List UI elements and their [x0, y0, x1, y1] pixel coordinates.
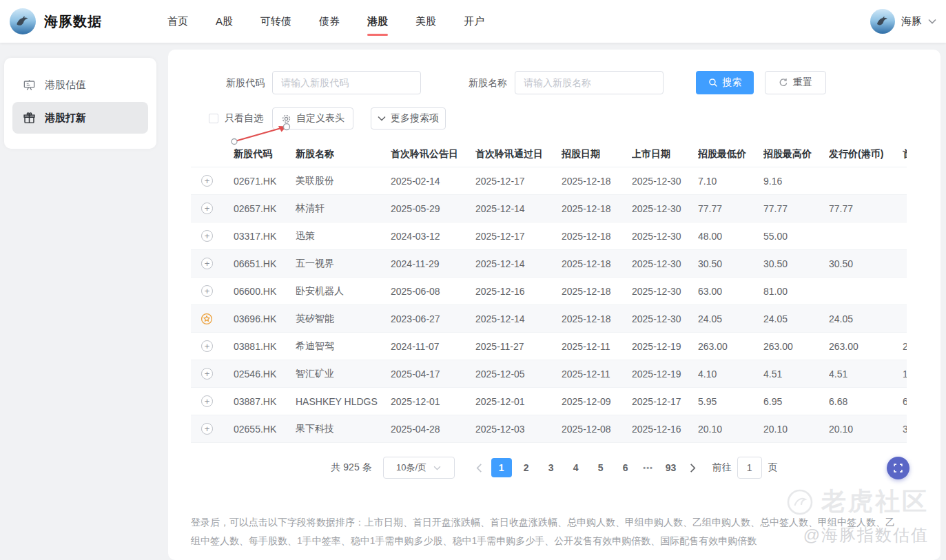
- more-search-options-button[interactable]: 更多搜索项: [371, 107, 446, 129]
- cell-issue-price: 6.68: [829, 396, 903, 407]
- fullscreen-float-button[interactable]: [887, 457, 909, 479]
- sidebar-item-label: 港股打新: [45, 112, 86, 125]
- nav-tab-hk-stocks[interactable]: 港股: [353, 0, 402, 43]
- nav-tab-convertible-bonds[interactable]: 可转债: [247, 0, 305, 43]
- expand-row-button[interactable]: +: [201, 175, 213, 187]
- chevron-down-icon: [928, 19, 936, 24]
- cell-max-price: 81.00: [763, 286, 829, 297]
- cell-max-price: 6.95: [763, 396, 829, 407]
- page-size-select[interactable]: 10条/页: [383, 457, 455, 479]
- cell-min-price: 7.10: [698, 176, 763, 187]
- table-row: + 06600.HK 卧安机器人 2025-06-08 2025-12-16 2…: [191, 278, 907, 305]
- header-min-price: 招股最低价: [698, 148, 763, 160]
- page-button-4[interactable]: 4: [566, 458, 586, 477]
- brand-title: 海豚数据: [44, 12, 102, 31]
- nav-tab-us-stocks[interactable]: 美股: [402, 0, 450, 43]
- cell-hearing-pass: 2025-12-14: [475, 313, 562, 324]
- header-hearing-pass: 首次聆讯通过日: [475, 148, 562, 160]
- goto-page-input[interactable]: [737, 457, 762, 479]
- cell-hearing-announce: 2025-04-17: [391, 369, 475, 380]
- user-menu[interactable]: 海豚: [870, 9, 936, 34]
- cell-offer-date: 2025-12-18: [562, 313, 632, 324]
- cell-max-price: 4.51: [763, 369, 829, 380]
- name-input[interactable]: [515, 71, 664, 94]
- page-button-6[interactable]: 6: [615, 458, 636, 477]
- cell-max-price: 77.77: [763, 203, 829, 214]
- nav-tab-open-account[interactable]: 开户: [450, 0, 498, 43]
- user-name: 海豚: [901, 15, 922, 28]
- table-row: 03696.HK 英矽智能 2023-06-27 2025-12-14 2025…: [191, 305, 907, 333]
- cell-clipped: 1: [903, 369, 907, 380]
- header-max-price: 招股最高价: [763, 148, 829, 160]
- expand-row-button[interactable]: +: [201, 395, 213, 407]
- cell-hearing-announce: 2025-04-28: [391, 424, 475, 435]
- cell-issue-price: 77.77: [829, 203, 903, 214]
- prev-page-button[interactable]: [470, 458, 489, 477]
- sidebar: 港股估值 港股打新: [4, 58, 156, 149]
- cell-hearing-pass: 2025-12-14: [475, 203, 562, 214]
- page-button-1[interactable]: 1: [491, 458, 512, 477]
- main-nav: 首页 A股 可转债 债券 港股 美股 开户: [154, 0, 498, 43]
- cell-offer-date: 2025-12-08: [562, 424, 632, 435]
- table-row: + 02657.HK 林清轩 2025-05-29 2025-12-14 202…: [191, 195, 907, 222]
- cell-max-price: 263.00: [763, 341, 829, 352]
- cell-offer-date: 2025-12-18: [562, 231, 632, 242]
- expand-row-button[interactable]: +: [201, 258, 213, 269]
- table-row: + 03881.HK 希迪智驾 2024-11-07 2025-11-27 20…: [191, 333, 907, 360]
- cell-code: 02657.HK: [234, 203, 296, 214]
- customize-columns-button[interactable]: 自定义表头: [272, 107, 353, 129]
- watchlist-checkbox[interactable]: [209, 114, 218, 123]
- brand-logo-dolphin: [10, 8, 36, 34]
- header-code: 新股代码: [234, 148, 296, 160]
- main-panel: 新股代码 新股名称 搜索 重置 只看自选 自定义表头 更多搜索项: [168, 50, 940, 560]
- nav-tab-ashares[interactable]: A股: [202, 0, 247, 43]
- expand-row-button[interactable]: +: [201, 423, 213, 435]
- medal-badge-icon[interactable]: [200, 313, 213, 325]
- table-header-row: 新股代码 新股名称 首次聆讯公告日 首次聆讯通过日 招股日期 上市日期 招股最低…: [191, 141, 907, 167]
- cell-max-price: 24.05: [763, 313, 829, 324]
- expand-row-button[interactable]: +: [201, 285, 213, 297]
- page-button-5[interactable]: 5: [590, 458, 611, 477]
- code-input[interactable]: [272, 71, 421, 94]
- reset-button[interactable]: 重置: [765, 71, 826, 94]
- page-button-2[interactable]: 2: [516, 458, 537, 477]
- pagination-total: 共 925 条: [331, 462, 371, 474]
- sidebar-item-hk-ipo[interactable]: 港股打新: [12, 102, 148, 134]
- chevron-down-icon: [378, 116, 386, 121]
- cell-name: 迅策: [296, 230, 391, 242]
- sidebar-item-hk-valuation[interactable]: 港股估值: [12, 69, 148, 101]
- watchlist-only-toggle[interactable]: 只看自选: [209, 107, 263, 129]
- cell-issue-price: 30.50: [829, 258, 903, 269]
- expand-row-button[interactable]: +: [201, 203, 213, 214]
- expand-row-button[interactable]: +: [201, 230, 213, 242]
- name-field-label: 新股名称: [469, 71, 507, 94]
- cell-listing-date: 2025-12-30: [632, 203, 698, 214]
- cell-name: 美联股份: [296, 175, 391, 187]
- cell-listing-date: 2025-12-19: [632, 369, 698, 380]
- expand-row-button[interactable]: +: [201, 340, 213, 352]
- cell-listing-date: 2025-12-30: [632, 176, 698, 187]
- watchlist-checkbox-label: 只看自选: [225, 112, 263, 125]
- page-button-last[interactable]: 93: [661, 458, 681, 477]
- code-field-label: 新股代码: [226, 71, 265, 94]
- user-avatar: [870, 9, 895, 34]
- sidebar-item-label: 港股估值: [45, 79, 86, 92]
- cell-code: 03887.HK: [234, 396, 296, 407]
- expand-row-button[interactable]: +: [201, 368, 213, 380]
- table-row: + 06651.HK 五一视界 2024-11-29 2025-12-14 20…: [191, 250, 907, 278]
- cell-listing-date: 2025-12-30: [632, 231, 698, 242]
- page-button-3[interactable]: 3: [541, 458, 562, 477]
- goto-unit-label: 页: [768, 462, 778, 474]
- next-page-button[interactable]: [683, 458, 703, 477]
- cell-hearing-announce: 2024-11-07: [391, 341, 475, 352]
- cell-hearing-announce: 2024-11-29: [391, 258, 475, 269]
- nav-tab-bonds[interactable]: 债券: [305, 0, 353, 43]
- cell-offer-date: 2025-12-11: [562, 341, 632, 352]
- cell-name: 希迪智驾: [296, 340, 391, 353]
- cell-min-price: 263.00: [698, 341, 763, 352]
- search-button[interactable]: 搜索: [696, 71, 754, 94]
- nav-tab-home[interactable]: 首页: [154, 0, 202, 43]
- more-pages-icon[interactable]: •••: [638, 464, 659, 472]
- cell-offer-date: 2025-12-18: [562, 203, 632, 214]
- header-issue-price: 发行价(港币): [829, 148, 903, 160]
